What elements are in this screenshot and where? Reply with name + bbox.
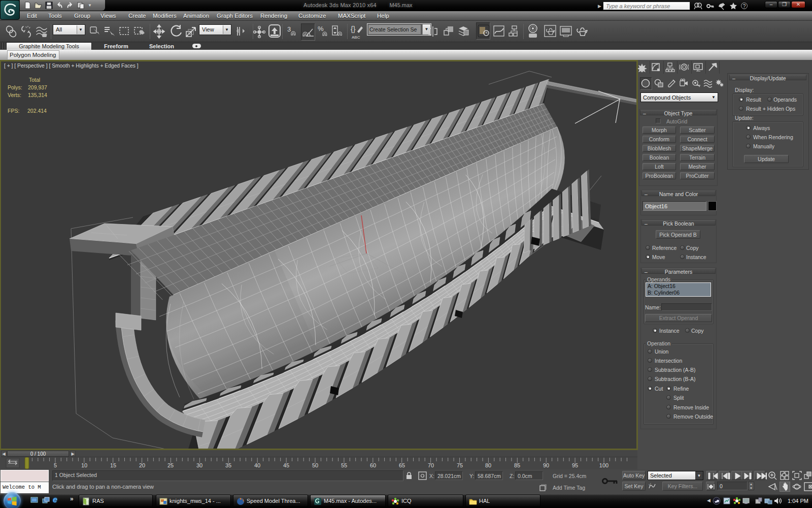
svg-text:{}: {} <box>351 25 356 33</box>
svg-text:65: 65 <box>399 462 405 468</box>
svg-text:15: 15 <box>110 462 116 468</box>
svg-text:80: 80 <box>485 462 491 468</box>
svg-text:20: 20 <box>139 462 145 468</box>
svg-text:75: 75 <box>457 462 463 468</box>
svg-text:40: 40 <box>254 462 260 468</box>
svg-text:√: √ <box>649 483 651 487</box>
svg-text:45: 45 <box>283 462 289 468</box>
svg-text:90: 90 <box>543 462 549 468</box>
svg-text:95: 95 <box>572 462 578 468</box>
svg-text:%: % <box>318 25 324 33</box>
svg-text:70: 70 <box>428 462 434 468</box>
svg-text:85: 85 <box>514 462 520 468</box>
svg-text:100: 100 <box>599 462 608 468</box>
svg-text:3: 3 <box>287 25 291 33</box>
svg-text:30: 30 <box>196 462 202 468</box>
svg-text:55: 55 <box>341 462 347 468</box>
svg-text:ABC: ABC <box>352 35 360 40</box>
svg-text:10: 10 <box>81 462 87 468</box>
svg-text:50: 50 <box>312 462 318 468</box>
svg-text:25: 25 <box>167 462 174 468</box>
svg-text:60: 60 <box>370 462 376 468</box>
svg-text:35: 35 <box>225 462 231 468</box>
svg-text:5: 5 <box>54 462 57 468</box>
